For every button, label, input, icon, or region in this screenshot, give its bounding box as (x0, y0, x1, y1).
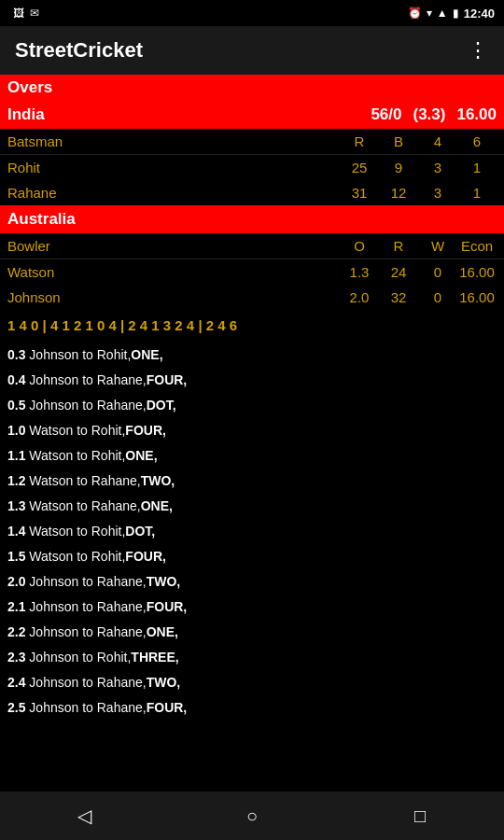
commentary-item: 1.3 Watson to Rahane,ONE, (7, 494, 497, 519)
commentary-item: 0.3 Johnson to Rohit,ONE, (7, 343, 497, 368)
batting-team-name: India (7, 105, 371, 124)
wifi-icon: ▾ (427, 7, 432, 20)
batsman-row-rohit: Rohit 25 9 3 1 (0, 155, 504, 180)
commentary-over: 1.3 (7, 498, 29, 513)
commentary-text: Johnson to Rahane, (29, 372, 146, 387)
india-score-row: India 56/0 (3.3) 16.00 (0, 101, 504, 129)
commentary-text: Johnson to Rohit, (29, 347, 131, 362)
commentary-item: 2.0 Johnson to Rahane,TWO, (7, 569, 497, 595)
commentary-result: ONE, (125, 448, 157, 463)
alarm-icon: ⏰ (408, 7, 422, 20)
team-score: 56/0 (371, 105, 401, 124)
commentary-result: FOUR, (125, 423, 166, 438)
commentary-result: ONE, (141, 498, 173, 513)
rahane-four: 3 (418, 185, 457, 201)
commentary-result: TWO, (147, 574, 181, 589)
commentary-item: 1.1 Watson to Rohit,ONE, (7, 443, 497, 469)
batsman-name-rahane: Rahane (7, 185, 340, 201)
commentary-result: FOUR, (147, 599, 188, 614)
top-bar: StreetCricket ⋮ (0, 26, 504, 75)
commentary-over: 1.4 (7, 524, 29, 539)
rohit-four: 3 (418, 160, 457, 175)
commentary-item: 2.1 Johnson to Rahane,FOUR, (7, 595, 497, 620)
bowler-name-johnson: Johnson (7, 289, 340, 305)
home-button[interactable]: ○ (224, 797, 280, 834)
overs-label: Overs (7, 78, 52, 96)
r-col-header: R (340, 133, 379, 149)
commentary-section: 0.3 Johnson to Rohit,ONE,0.4 Johnson to … (0, 341, 504, 777)
commentary-over: 1.0 (7, 423, 29, 438)
commentary-text: Watson to Rahane, (29, 498, 140, 513)
commentary-result: FOUR, (125, 549, 166, 564)
commentary-over: 0.3 (7, 347, 29, 362)
o-col-header: O (340, 238, 379, 254)
batsman-row-rahane: Rahane 31 12 3 1 (0, 180, 504, 205)
recent-button[interactable]: □ (392, 797, 448, 834)
commentary-over: 2.4 (7, 675, 29, 690)
signal-icon: ▲ (437, 7, 448, 20)
notification-icon-1: 🖼 (13, 7, 24, 20)
commentary-over: 0.4 (7, 372, 29, 387)
batsman-col-header: Batsman (7, 133, 340, 149)
bowler-row-johnson: Johnson 2.0 32 0 16.00 (0, 285, 504, 310)
batsman-header-row: Batsman R B 4 6 (0, 129, 504, 155)
commentary-over: 1.1 (7, 448, 29, 463)
commentary-text: Johnson to Rohit, (29, 650, 131, 665)
bowler-col-header: Bowler (7, 238, 340, 254)
commentary-item: 0.5 Johnson to Rahane,DOT, (7, 393, 497, 418)
overs-header: Overs (0, 75, 504, 101)
rohit-b: 9 (379, 160, 418, 175)
commentary-text: Johnson to Rahane, (29, 675, 146, 690)
commentary-text: Johnson to Rahane, (29, 574, 146, 589)
watson-r: 24 (379, 264, 418, 280)
commentary-text: Watson to Rahane, (29, 473, 140, 488)
commentary-text: Watson to Rohit, (29, 448, 125, 463)
bowler-r-col-header: R (379, 238, 418, 254)
menu-icon[interactable]: ⋮ (468, 38, 489, 63)
johnson-w: 0 (418, 289, 457, 305)
commentary-item: 1.5 Watson to Rohit,FOUR, (7, 544, 497, 569)
watson-w: 0 (418, 264, 457, 280)
johnson-econ: 16.00 (457, 289, 497, 305)
rahane-six: 1 (457, 185, 497, 201)
status-bar: 🖼 ✉ ⏰ ▾ ▲ ▮ 12:40 (0, 0, 504, 26)
over-progress: (3.3) (413, 105, 445, 124)
bowler-name-watson: Watson (7, 264, 340, 280)
commentary-over: 0.5 (7, 398, 29, 413)
main-content: Overs India 56/0 (3.3) 16.00 Batsman R B… (0, 75, 504, 777)
commentary-over: 1.5 (7, 549, 29, 564)
commentary-item: 0.4 Johnson to Rahane,FOUR, (7, 368, 497, 393)
commentary-item: 2.5 Johnson to Rahane,FOUR, (7, 695, 497, 721)
commentary-result: DOT, (125, 524, 155, 539)
commentary-item: 1.0 Watson to Rohit,FOUR, (7, 418, 497, 443)
commentary-result: FOUR, (147, 372, 188, 387)
commentary-item: 1.4 Watson to Rohit,DOT, (7, 519, 497, 544)
commentary-result: FOUR, (147, 700, 188, 715)
back-button[interactable]: ◁ (56, 797, 112, 834)
commentary-result: ONE, (147, 624, 178, 639)
bowling-team-name: Australia (7, 210, 76, 228)
commentary-over: 2.0 (7, 574, 29, 589)
commentary-over: 2.1 (7, 599, 29, 614)
commentary-text: Watson to Rohit, (29, 549, 125, 564)
rohit-r: 25 (340, 160, 379, 175)
commentary-item: 2.2 Johnson to Rahane,ONE, (7, 620, 497, 645)
commentary-item: 2.3 Johnson to Rohit,THREE, (7, 645, 497, 670)
bowler-header-row: Bowler O R W Econ (0, 233, 504, 259)
battery-icon: ▮ (453, 7, 459, 20)
notification-icon-2: ✉ (30, 7, 39, 20)
commentary-result: THREE, (131, 650, 178, 665)
johnson-r: 32 (379, 289, 418, 305)
watson-econ: 16.00 (457, 264, 497, 280)
commentary-text: Johnson to Rahane, (29, 398, 146, 413)
w-col-header: W (418, 238, 457, 254)
commentary-result: TWO, (141, 473, 175, 488)
rahane-r: 31 (340, 185, 379, 201)
commentary-result: DOT, (147, 398, 176, 413)
commentary-text: Watson to Rohit, (29, 524, 125, 539)
commentary-text: Watson to Rohit, (29, 423, 125, 438)
app-title: StreetCricket (15, 38, 468, 63)
johnson-o: 2.0 (340, 289, 379, 305)
status-time: 12:40 (464, 7, 495, 21)
commentary-text: Johnson to Rahane, (29, 700, 146, 715)
